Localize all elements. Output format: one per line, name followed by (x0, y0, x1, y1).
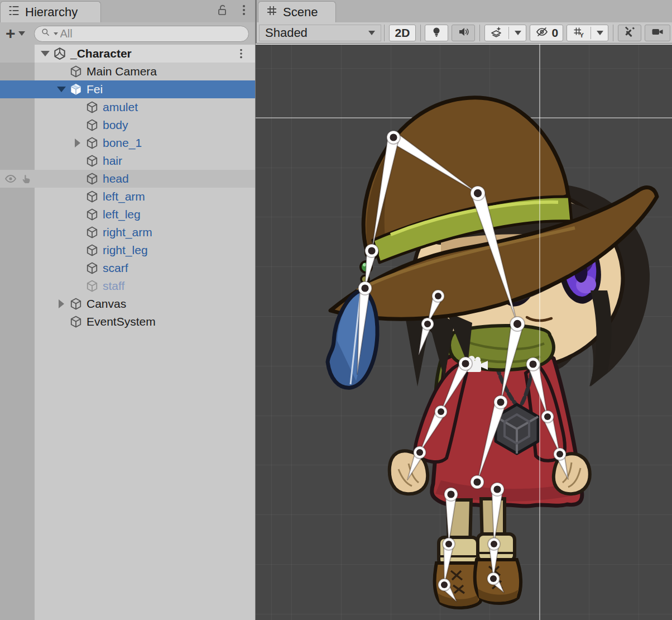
hierarchy-row-right_leg[interactable]: right_leg (0, 241, 255, 259)
bone[interactable] (372, 136, 399, 251)
joint[interactable] (487, 573, 500, 585)
joint[interactable] (365, 244, 378, 257)
prefab-icon (69, 82, 83, 97)
hierarchy-row-eventsystem[interactable]: EventSystem (0, 313, 255, 331)
grid-visibility-group[interactable]: Y (567, 25, 608, 41)
visibility-eye-icon[interactable] (3, 172, 18, 188)
joint[interactable] (443, 538, 455, 550)
joint[interactable] (541, 411, 554, 423)
grid-icon (265, 4, 279, 21)
expand-arrow[interactable] (54, 299, 69, 308)
speaker-icon (457, 25, 470, 41)
scene-viewport[interactable] (256, 44, 672, 620)
row-label: right_arm (103, 226, 152, 239)
tab-scene-label: Scene (283, 5, 318, 20)
scene-tabbar: Scene (257, 0, 672, 22)
joint[interactable] (421, 318, 434, 330)
scene-lighting-button[interactable] (425, 25, 448, 41)
effects-caret-icon[interactable] (515, 31, 521, 35)
bone[interactable] (357, 288, 370, 374)
cube-icon (85, 243, 99, 257)
joint[interactable] (471, 475, 484, 489)
create-object-caret-icon[interactable] (18, 31, 25, 36)
bone[interactable] (501, 323, 524, 402)
wrench-pencil-icon (623, 25, 636, 41)
joint[interactable] (554, 448, 566, 460)
search-field[interactable] (34, 26, 249, 42)
bone[interactable] (477, 400, 506, 482)
joint[interactable] (387, 131, 400, 144)
tab-hierarchy-label: Hierarchy (25, 5, 78, 20)
row-label: EventSystem (87, 315, 156, 328)
hierarchy-row-left_leg[interactable]: left_leg (0, 206, 255, 223)
hierarchy-row-main camera[interactable]: Main Camera (0, 63, 255, 80)
expand-arrow[interactable] (54, 87, 69, 92)
grid-major-vertical-line (539, 44, 540, 620)
row-kebab-menu-icon[interactable] (235, 47, 247, 63)
effects-toggle-group[interactable] (484, 25, 526, 41)
kebab-menu-icon[interactable] (237, 3, 251, 19)
hierarchy-tree: _CharacterMain CameraFeiamuletbodybone_1… (0, 45, 255, 620)
joint[interactable] (488, 538, 500, 550)
cube-icon (85, 207, 99, 222)
cube-icon (69, 314, 83, 329)
joint[interactable] (444, 488, 458, 501)
expand-arrow[interactable] (70, 139, 85, 147)
hierarchy-row-right_arm[interactable]: right_arm (0, 223, 255, 241)
row-label: Main Camera (87, 65, 157, 78)
toggle-2d-button[interactable]: 2D (389, 25, 415, 41)
hierarchy-row-bone_1[interactable]: bone_1 (0, 134, 255, 152)
lightbulb-icon (430, 25, 443, 41)
row-label: _Character (70, 47, 132, 60)
hierarchy-row-amulet[interactable]: amulet (0, 98, 255, 116)
shading-mode-dropdown[interactable]: Shaded (259, 25, 381, 41)
hierarchy-row-head[interactable]: head (0, 170, 255, 188)
hierarchy-list-icon (7, 4, 21, 21)
cube-icon (85, 171, 99, 186)
joint[interactable] (432, 290, 444, 302)
grid-axis-icon: Y (572, 25, 585, 41)
hierarchy-row-body[interactable]: body (0, 116, 255, 134)
shading-mode-label: Shaded (265, 26, 308, 40)
tab-hierarchy[interactable]: Hierarchy (0, 1, 101, 22)
scene-camera-button[interactable] (645, 25, 670, 41)
joint[interactable] (494, 395, 507, 409)
joint[interactable] (414, 446, 426, 459)
joint[interactable] (510, 317, 525, 331)
grid-caret-icon[interactable] (597, 31, 603, 35)
search-filter-caret-icon[interactable] (54, 32, 58, 35)
search-input[interactable] (60, 27, 228, 40)
expand-arrow[interactable] (38, 51, 52, 56)
eye-slash-icon (535, 25, 549, 41)
row-label: right_leg (103, 244, 148, 257)
joint[interactable] (435, 406, 447, 418)
row-label: bone_1 (103, 136, 142, 150)
joint[interactable] (491, 483, 504, 496)
bone[interactable] (492, 489, 503, 544)
hierarchy-row-_character[interactable]: _Character (0, 45, 255, 63)
row-label: scarf (103, 261, 128, 275)
bone[interactable] (390, 133, 478, 193)
hierarchy-row-left_arm[interactable]: left_arm (0, 188, 255, 206)
hierarchy-row-staff[interactable]: staff (0, 277, 255, 295)
scene-audio-button[interactable] (452, 25, 475, 41)
lock-icon[interactable] (215, 3, 229, 20)
row-label: hair (103, 154, 122, 168)
pickability-hand-icon[interactable] (20, 172, 33, 188)
scene-toolbar: Shaded 2D (257, 22, 672, 44)
hierarchy-row-hair[interactable]: hair (0, 152, 255, 170)
hierarchy-row-scarf[interactable]: scarf (0, 259, 255, 277)
customize-tools-button[interactable] (618, 25, 641, 41)
joint[interactable] (459, 357, 472, 370)
hidden-objects-button[interactable]: 0 (530, 25, 563, 41)
create-object-button[interactable]: + (6, 26, 16, 41)
hierarchy-row-canvas[interactable]: Canvas (0, 295, 255, 313)
row-label: left_arm (103, 190, 145, 203)
joint[interactable] (471, 186, 485, 201)
joint[interactable] (526, 357, 540, 371)
bone[interactable] (472, 192, 517, 324)
hierarchy-row-fei[interactable]: Fei (0, 80, 255, 98)
joint[interactable] (438, 579, 450, 591)
tab-scene[interactable]: Scene (258, 1, 336, 22)
joint[interactable] (358, 282, 372, 295)
